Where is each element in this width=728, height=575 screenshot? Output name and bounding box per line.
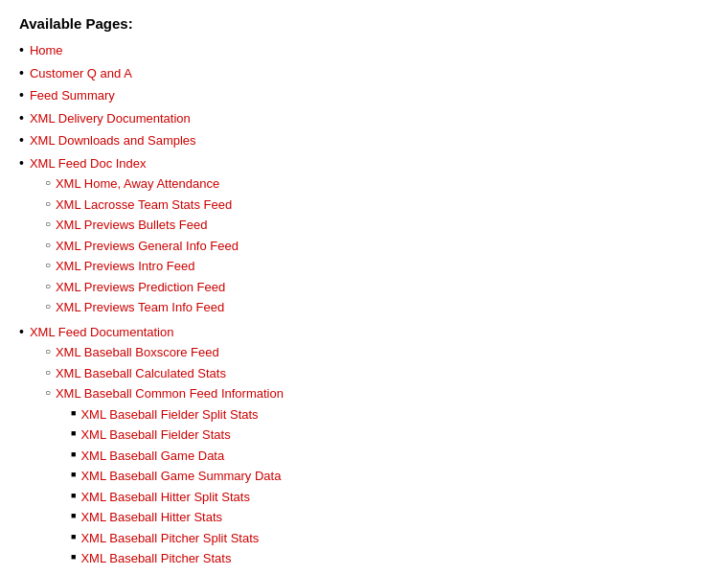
circle-bullet-icon: ○ bbox=[45, 260, 51, 270]
circle-bullet-icon: ○ bbox=[45, 177, 51, 188]
nav-link[interactable]: XML Baseball Pitching Lineup Data bbox=[80, 570, 275, 575]
circle-bullet-icon: ○ bbox=[45, 367, 51, 378]
list-item: •XML Feed Doc Index○XML Home, Away Atten… bbox=[19, 154, 709, 319]
list-item: •Home bbox=[19, 41, 709, 60]
page-title: Available Pages: bbox=[19, 15, 709, 32]
circle-bullet-icon: ○ bbox=[45, 198, 51, 209]
list-item: ■XML Baseball Pitcher Split Stats bbox=[71, 529, 709, 548]
square-bullet-icon: ■ bbox=[71, 552, 76, 562]
square-bullet-icon: ■ bbox=[71, 491, 76, 500]
nav-link[interactable]: Feed Summary bbox=[30, 88, 115, 103]
bullet-icon: • bbox=[19, 86, 24, 105]
nav-link[interactable]: XML Baseball Boxscore Feed bbox=[56, 345, 219, 359]
list-item: •XML Feed Documentation○XML Baseball Box… bbox=[19, 323, 709, 575]
nav-link[interactable]: XML Feed Doc Index bbox=[30, 156, 147, 171]
nav-link[interactable]: XML Baseball Common Feed Information bbox=[56, 386, 284, 401]
list-item: ■XML Baseball Hitter Split Stats bbox=[71, 488, 709, 507]
circle-bullet-icon: ○ bbox=[45, 218, 51, 229]
nav-link[interactable]: XML Delivery Documentation bbox=[30, 111, 191, 126]
nav-link[interactable]: XML Baseball Game Data bbox=[80, 447, 224, 466]
navigation-list: •Home•Customer Q and A•Feed Summary•XML … bbox=[19, 41, 709, 575]
nav-link[interactable]: XML Previews Prediction Feed bbox=[56, 280, 225, 294]
list-item: ○XML Baseball Calculated Stats bbox=[30, 364, 709, 383]
list-item: ○XML Previews Prediction Feed bbox=[30, 278, 709, 297]
nav-link[interactable]: XML Baseball Pitcher Split Stats bbox=[80, 529, 259, 548]
bullet-icon: • bbox=[19, 323, 24, 342]
list-item: •Feed Summary bbox=[19, 86, 709, 105]
nav-link[interactable]: XML Baseball Hitter Split Stats bbox=[80, 488, 250, 507]
nav-link[interactable]: Home bbox=[30, 43, 63, 58]
nav-link[interactable]: XML Previews Bullets Feed bbox=[56, 218, 207, 232]
bullet-icon: • bbox=[19, 64, 24, 83]
square-bullet-icon: ■ bbox=[71, 449, 76, 459]
nav-link[interactable]: XML Previews Intro Feed bbox=[56, 259, 194, 273]
list-item: •Customer Q and A bbox=[19, 64, 709, 83]
circle-bullet-icon: ○ bbox=[45, 301, 51, 311]
square-bullet-icon: ■ bbox=[71, 511, 76, 520]
square-bullet-icon: ■ bbox=[71, 470, 76, 479]
list-item: ○XML Previews Intro Feed bbox=[30, 257, 709, 276]
circle-bullet-icon: ○ bbox=[45, 387, 51, 398]
list-item: ○XML Previews General Info Feed bbox=[30, 237, 709, 256]
nav-link[interactable]: XML Previews Team Info Feed bbox=[56, 300, 224, 314]
square-bullet-icon: ■ bbox=[71, 532, 76, 541]
list-item: ■XML Baseball Fielder Stats bbox=[71, 426, 709, 445]
circle-bullet-icon: ○ bbox=[45, 281, 51, 291]
bullet-icon: • bbox=[19, 41, 24, 60]
nav-link[interactable]: XML Baseball Fielder Split Stats bbox=[80, 405, 258, 425]
nav-link[interactable]: XML Previews General Info Feed bbox=[56, 239, 239, 253]
square-bullet-icon: ■ bbox=[71, 428, 76, 438]
bullet-icon: • bbox=[19, 154, 24, 173]
list-item: ■XML Baseball Game Data bbox=[71, 447, 709, 466]
list-item: •XML Delivery Documentation bbox=[19, 109, 709, 128]
bullet-icon: • bbox=[19, 109, 24, 128]
nav-link[interactable]: Customer Q and A bbox=[30, 66, 132, 80]
circle-bullet-icon: ○ bbox=[45, 240, 51, 250]
list-item: ■XML Baseball Game Summary Data bbox=[71, 467, 709, 486]
square-bullet-icon: ■ bbox=[71, 408, 76, 418]
nav-link[interactable]: XML Baseball Fielder Stats bbox=[80, 426, 230, 445]
nav-link[interactable]: XML Baseball Pitcher Stats bbox=[80, 549, 231, 568]
list-item: ■XML Baseball Fielder Split Stats bbox=[71, 405, 709, 425]
nav-link[interactable]: XML Lacrosse Team Stats Feed bbox=[56, 197, 232, 212]
list-item: ○XML Previews Bullets Feed bbox=[30, 216, 709, 235]
nav-link[interactable]: XML Home, Away Attendance bbox=[56, 176, 219, 191]
nav-link[interactable]: XML Baseball Calculated Stats bbox=[56, 366, 226, 380]
list-item: ○XML Baseball Boxscore Feed bbox=[30, 343, 709, 362]
nav-link[interactable]: XML Feed Documentation bbox=[30, 325, 174, 339]
list-item: ○XML Home, Away Attendance bbox=[30, 174, 709, 194]
list-item: ○XML Lacrosse Team Stats Feed bbox=[30, 196, 709, 215]
list-item: •XML Downloads and Samples bbox=[19, 131, 709, 150]
list-item: ■XML Baseball Pitcher Stats bbox=[71, 549, 709, 568]
nav-link[interactable]: XML Baseball Hitter Stats bbox=[80, 508, 222, 527]
nav-link[interactable]: XML Downloads and Samples bbox=[30, 133, 196, 148]
bullet-icon: • bbox=[19, 131, 24, 150]
circle-bullet-icon: ○ bbox=[45, 346, 51, 356]
nav-link[interactable]: XML Baseball Game Summary Data bbox=[80, 467, 281, 486]
list-item: ■XML Baseball Hitter Stats bbox=[71, 508, 709, 527]
list-item: ○XML Previews Team Info Feed bbox=[30, 298, 709, 317]
list-item: ■XML Baseball Pitching Lineup Data bbox=[71, 570, 709, 575]
list-item: ○XML Baseball Common Feed Information■XM… bbox=[30, 384, 709, 575]
